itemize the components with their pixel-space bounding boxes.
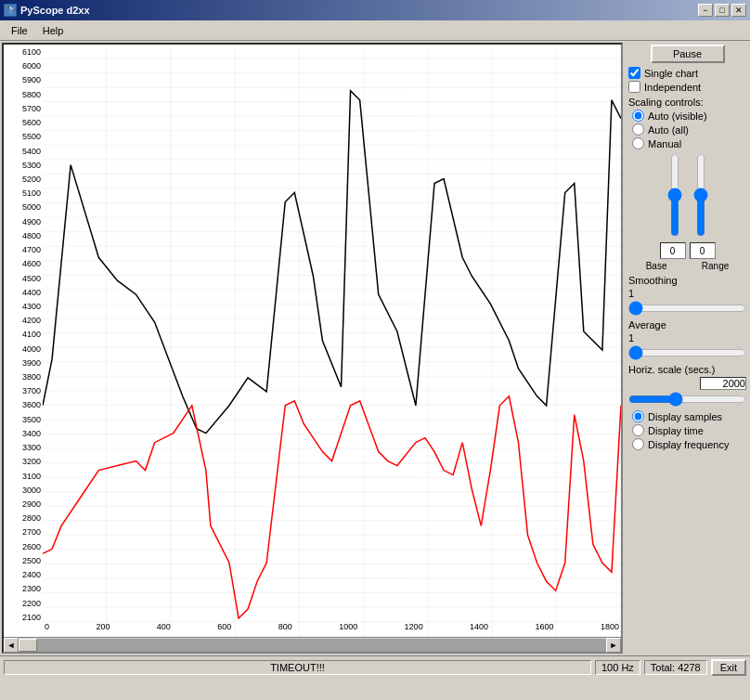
range-label: Range [702,261,729,271]
scroll-track[interactable] [19,639,606,652]
smoothing-label: Smoothing [628,275,746,286]
slider-section: 0 0 Base Range [628,153,746,271]
smoothing-slider[interactable] [628,301,746,316]
independent-row: Independent [628,81,746,93]
auto-visible-radio[interactable] [632,110,644,122]
range-value-group: 0 [690,242,716,259]
base-value-group: 0 [660,242,686,259]
y-axis: 6100600059005800570056005500540053005200… [4,45,43,637]
svg-rect-4 [43,45,621,637]
display-samples-radio[interactable] [632,410,644,422]
scroll-right[interactable]: ► [606,638,621,653]
base-range-labels: Base Range [628,261,746,271]
window-title: PyScope d2xx [20,5,90,16]
pause-button[interactable]: Pause [651,45,725,63]
auto-all-radio[interactable] [632,123,644,136]
average-slider[interactable] [628,345,746,360]
vertical-sliders [666,153,710,237]
horiz-scale-label: Horiz. scale (secs.) [628,364,746,375]
range-slider[interactable] [692,153,710,237]
x-axis: 020040060080010001200140016001800 [43,622,621,637]
scaling-section: Scaling controls: Auto (visible) Auto (a… [628,97,746,149]
auto-visible-row: Auto (visible) [632,110,746,122]
smoothing-section: Smoothing 1 [628,275,746,316]
maximize-button[interactable]: □ [715,4,730,17]
scroll-left[interactable]: ◄ [4,638,19,653]
independent-label: Independent [644,82,701,93]
chart-plot: Channel 120 Channel 121 [43,45,621,637]
display-time-row: Display time [632,424,746,436]
total-status: Total: 4278 [644,660,707,675]
range-value: 0 [690,242,716,259]
auto-all-label: Auto (all) [648,124,689,136]
horiz-scale-slider[interactable] [628,392,746,407]
scroll-thumb[interactable] [19,639,37,652]
timeout-status: TIMEOUT!!! [4,660,591,675]
menu-bar: File Help [0,20,750,41]
menu-file[interactable]: File [4,23,35,38]
display-freq-label: Display frequency [648,439,729,450]
display-samples-label: Display samples [648,411,722,422]
base-label: Base [646,261,667,271]
manual-label: Manual [648,138,681,149]
display-time-radio[interactable] [632,424,644,436]
display-freq-radio[interactable] [632,438,644,450]
status-bar: TIMEOUT!!! 100 Hz Total: 4278 Exit [0,655,750,678]
chart-area: 6100600059005800570056005500540053005200… [4,45,621,637]
average-section: Average 1 [628,319,746,360]
single-chart-row: Single chart [628,67,746,79]
close-button[interactable]: ✕ [731,4,746,17]
manual-row: Manual [632,137,746,149]
auto-all-row: Auto (all) [632,123,746,136]
chart-svg [43,45,621,637]
title-bar: 🔭 PyScope d2xx − □ ✕ [0,0,750,20]
display-samples-row: Display samples [632,410,746,422]
single-chart-label: Single chart [644,68,698,79]
single-chart-checkbox[interactable] [628,67,640,79]
scaling-label: Scaling controls: [628,97,746,108]
chart-scrollbar[interactable]: ◄ ► [4,637,621,652]
manual-radio[interactable] [632,137,644,149]
display-time-label: Display time [648,425,704,436]
auto-visible-label: Auto (visible) [648,110,707,122]
base-slider[interactable] [666,153,684,237]
base-value: 0 [660,242,686,259]
main-content: 6100600059005800570056005500540053005200… [0,41,750,655]
app-icon: 🔭 [4,4,17,17]
average-value: 1 [628,332,746,344]
exit-button[interactable]: Exit [711,659,746,676]
single-chart-section: Single chart Independent [628,67,746,93]
display-mode-section: Display samples Display time Display fre… [628,410,746,450]
right-panel: Pause Single chart Independent Scaling c… [625,41,750,655]
display-freq-row: Display frequency [632,438,746,450]
horiz-scale-section: Horiz. scale (secs.) [628,364,746,407]
minimize-button[interactable]: − [698,4,713,17]
window-controls: − □ ✕ [698,4,746,17]
independent-checkbox[interactable] [628,81,640,93]
menu-help[interactable]: Help [35,23,71,38]
smoothing-value: 1 [628,288,746,299]
freq-status: 100 Hz [595,660,640,675]
horiz-scale-input[interactable] [700,377,746,390]
average-label: Average [628,319,746,331]
slider-values: 0 0 [660,242,716,259]
